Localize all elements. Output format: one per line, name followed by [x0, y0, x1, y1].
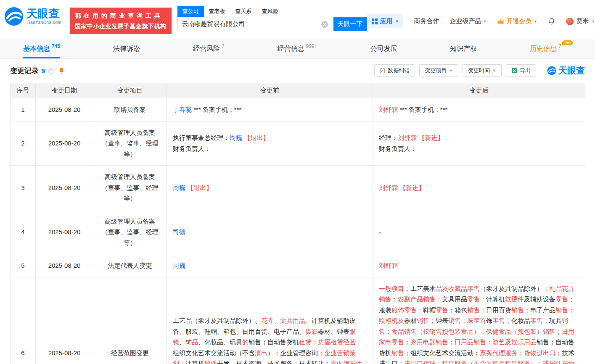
change-date: 2025-08-20	[36, 277, 93, 364]
text-segment: 【退出】	[244, 134, 269, 141]
search-tab-check-relation[interactable]: 查关系	[230, 6, 257, 17]
text-segment: 经理：	[379, 134, 398, 141]
tianyancha-watermark: 天眼查	[547, 65, 585, 76]
search-tab-check-company[interactable]: 查公司	[177, 6, 204, 17]
text-segment: 器材、钟表	[318, 328, 349, 335]
subscribe-bell-icon[interactable]	[58, 67, 65, 74]
top-header: 天眼查 TianYanCha.com 都在用的商业查询工具 国家中小企业发展子基…	[0, 0, 595, 39]
watermark-label: 天眼查	[558, 65, 585, 76]
change-after: -	[373, 210, 585, 254]
notification-bell-icon[interactable]	[548, 17, 555, 25]
change-item: 联络员备案	[93, 98, 167, 121]
text-segment: 、化妆品、玩具	[198, 338, 242, 346]
change-date: 2025-08-20	[36, 210, 93, 254]
export-button[interactable]: 导出	[506, 64, 536, 77]
business-cooperation-link[interactable]: 商务合作	[414, 17, 439, 25]
tab-company-development[interactable]: 公司发展	[370, 39, 397, 58]
change-item: 高级管理人员备案（董事、监事、经理等）	[93, 166, 167, 210]
change-after: 刘舒霜 *** 备案手机：***	[373, 98, 585, 121]
user-name: 费米	[576, 17, 589, 25]
text-segment: 计算机	[185, 360, 204, 364]
data-correction-button[interactable]: 数据纠错	[374, 64, 415, 77]
row-number: 3	[11, 166, 36, 210]
grid-icon	[372, 18, 378, 24]
header-right-nav: 应用 ▼ 商务合作 企业级产品 ▼ 开通会员 ▼	[367, 14, 595, 28]
change-date: 2025-08-20	[36, 254, 93, 277]
page-tabs: 基本信息745法律诉讼经营风险7经营信息999+公司发展知识产权历史信息7VIP	[0, 39, 595, 59]
search-area: 查公司查老板查关系查风险 天眼一下	[177, 6, 367, 31]
table-row: 32025-08-20高级管理人员备案（董事、监事、经理等）周巍 【退出】刘舒霜…	[11, 166, 585, 210]
slogan-line1: 都在用的商业查询工具	[75, 11, 167, 21]
row-number: 2	[11, 121, 36, 166]
person-link[interactable]: 周巍	[230, 134, 242, 141]
vip-upgrade-label: 开通会员	[506, 17, 532, 25]
enterprise-products-menu[interactable]: 企业级产品 ▼	[450, 17, 487, 25]
search-tab-check-boss[interactable]: 查老板	[204, 6, 230, 17]
change-before: 周巍	[167, 254, 373, 277]
tab-label: 经营信息	[277, 45, 304, 53]
change-before: 司德	[167, 210, 373, 254]
tab-historical-info[interactable]: 历史信息7VIP	[530, 39, 561, 58]
text-segment: ）；企业管理咨询；	[267, 349, 324, 356]
text-segment: 服饰零售；	[391, 306, 423, 314]
logo-subtitle: TianYanCha.com	[26, 20, 61, 25]
tab-legal-proceedings[interactable]: 法律诉讼	[113, 39, 140, 58]
tab-basic-info[interactable]: 基本信息745	[23, 39, 60, 58]
search-button[interactable]: 天眼一下	[333, 17, 367, 31]
person-link[interactable]: 刘舒霜	[379, 184, 398, 191]
tab-count: 745	[52, 43, 60, 49]
person-link[interactable]: 刘舒霜	[379, 106, 398, 113]
text-segment: 销售；珠宝首	[448, 317, 486, 324]
search-tab-check-risk[interactable]: 查风险	[257, 6, 283, 17]
chevron-down-icon: ▼	[492, 69, 496, 73]
text-segment: 计算机	[486, 295, 505, 303]
crown-icon	[497, 18, 504, 24]
tab-business-info[interactable]: 经营信息999+	[277, 39, 317, 58]
tab-label: 法律诉讼	[113, 45, 140, 53]
table-head-row: 序号变更日期变更项目变更前变更后	[11, 83, 585, 98]
search-input[interactable]	[178, 17, 332, 31]
column-header: 变更项目	[93, 83, 167, 98]
text-segment: 的	[242, 338, 249, 346]
person-link[interactable]: 司德	[173, 228, 185, 235]
change-date: 2025-08-20	[36, 166, 93, 210]
clear-search-icon[interactable]	[321, 21, 328, 28]
slogan-banner: 都在用的商业查询工具 国家中小企业发展子基金旗下机构	[70, 8, 172, 34]
table-row: 62025-08-20经营范围变更工艺品（象牙及其制品除外）、花卉、文具用品、计…	[11, 277, 585, 364]
chevron-down-icon: ▼	[395, 19, 399, 24]
text-segment: 票务代理服务；货物进出口；	[480, 349, 562, 356]
person-link[interactable]: 刘舒霜	[398, 134, 417, 141]
change-item-filter[interactable]: 变更项目 ▼	[419, 64, 458, 77]
search-box	[177, 17, 332, 31]
vip-upgrade-menu[interactable]: 开通会员 ▼	[497, 17, 537, 25]
text-segment: 文具用品、	[280, 317, 312, 324]
text-segment: 销售；	[391, 349, 410, 356]
person-link[interactable]: 于春晓	[173, 106, 192, 113]
vip-badge: VIP	[562, 40, 573, 45]
help-icon[interactable]: ?	[48, 68, 54, 74]
tianyancha-logo[interactable]: 天眼查 TianYanCha.com	[4, 7, 67, 26]
text-segment: 一般项目：	[379, 285, 410, 292]
person-link[interactable]: 周巍	[173, 262, 185, 269]
text-segment: 文具用品	[442, 295, 467, 303]
text-segment: 零售；	[555, 295, 574, 303]
tab-intellectual-property[interactable]: 知识产权	[450, 39, 477, 58]
text-segment: 工艺品（象牙及其制品除外）、	[173, 317, 261, 324]
change-before: 工艺品（象牙及其制品除外）、花卉、文具用品、计算机及辅助设备、服装、鞋帽、箱包、…	[167, 277, 373, 364]
person-link[interactable]: 周巍	[173, 184, 185, 191]
tab-label: 知识产权	[450, 45, 477, 53]
tab-label: 公司发展	[370, 45, 397, 53]
tianyancha-logo-icon	[4, 7, 24, 26]
user-menu[interactable]: 费米 ▼	[566, 17, 595, 25]
change-time-filter[interactable]: 变更时间 ▼	[463, 64, 502, 77]
tab-count: 7	[222, 43, 225, 49]
change-after: 经理：刘舒霜 【新进】 财务负责人：	[373, 121, 585, 166]
apps-menu[interactable]: 应用 ▼	[367, 14, 404, 28]
chevron-down-icon: ▼	[483, 19, 487, 24]
person-link[interactable]: 刘舒霜	[379, 262, 398, 269]
text-segment: 、饰	[179, 338, 192, 346]
text-segment: 品及收藏品零售	[436, 285, 480, 292]
tab-business-risk[interactable]: 经营风险7	[193, 39, 225, 58]
chevron-down-icon: ▼	[591, 19, 595, 24]
change-before: 执行董事兼总经理：周巍 【退出】 财务负责人：	[167, 121, 373, 166]
